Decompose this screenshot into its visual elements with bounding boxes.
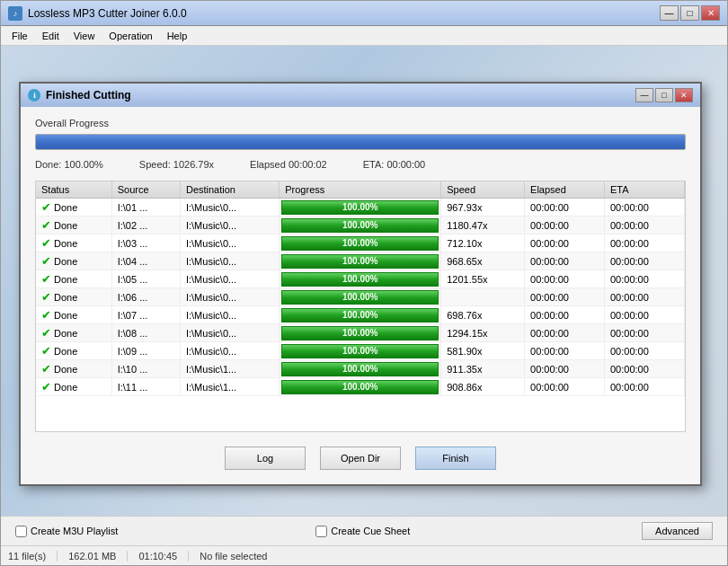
cell-eta: 00:00:00 xyxy=(605,360,685,378)
cell-status: ✔ Done xyxy=(36,234,111,252)
file-info-status: No file selected xyxy=(200,551,278,562)
cell-speed: 911.35x xyxy=(441,360,525,378)
cell-status: ✔ Done xyxy=(36,324,111,342)
create-cue-option[interactable]: Create Cue Sheet xyxy=(315,526,410,537)
table-row: ✔ Done I:\03 ... I:\Music\0... 100.00% 7… xyxy=(36,234,685,252)
progress-bar-green: 100.00% xyxy=(281,362,439,376)
menu-operation[interactable]: Operation xyxy=(102,29,159,43)
col-progress: Progress xyxy=(280,181,441,199)
duration-status: 01:10:45 xyxy=(138,551,189,562)
log-button[interactable]: Log xyxy=(225,447,306,470)
cell-speed: 712.10x xyxy=(441,234,525,252)
menu-file[interactable]: File xyxy=(4,29,35,43)
dialog-title-left: ℹ Finished Cutting xyxy=(28,89,131,102)
stats-row: Done: 100.00% Speed: 1026.79x Elapsed 00… xyxy=(35,159,686,170)
dialog-minimize-button[interactable]: — xyxy=(635,88,653,102)
jobs-table: Status Source Destination Progress Speed… xyxy=(36,181,685,396)
eta-label: ETA: xyxy=(363,159,385,170)
cell-status-text: Done xyxy=(54,256,77,267)
create-cue-label: Create Cue Sheet xyxy=(331,526,410,536)
close-button[interactable]: ✕ xyxy=(701,5,720,21)
cell-source: I:\03 ... xyxy=(111,234,180,252)
cell-status: ✔ Done xyxy=(36,306,111,324)
dialog-maximize-button[interactable]: □ xyxy=(655,88,673,102)
cell-progress: 100.00% xyxy=(280,378,441,396)
overall-progress-label: Overall Progress xyxy=(35,118,686,128)
table-header-row: Status Source Destination Progress Speed… xyxy=(36,181,685,199)
menu-edit[interactable]: Edit xyxy=(35,29,67,43)
menu-view[interactable]: View xyxy=(67,29,102,43)
cell-eta: 00:00:00 xyxy=(605,306,685,324)
done-stat: Done: 100.00% xyxy=(35,159,103,170)
create-cue-checkbox[interactable] xyxy=(315,526,327,537)
finish-button[interactable]: Finish xyxy=(415,447,496,470)
table-row: ✔ Done I:\07 ... I:\Music\0... 100.00% 6… xyxy=(36,306,685,324)
advanced-button[interactable]: Advanced xyxy=(642,522,713,540)
col-elapsed: Elapsed xyxy=(525,181,605,199)
done-value: 100.00% xyxy=(64,159,102,170)
cell-source: I:\08 ... xyxy=(111,324,180,342)
cell-status-text: Done xyxy=(54,364,77,375)
create-m3u-checkbox[interactable] xyxy=(15,526,27,537)
cell-status-text: Done xyxy=(54,274,77,285)
eta-value: 00:00:00 xyxy=(386,159,425,170)
cell-progress: 100.00% xyxy=(280,342,441,360)
menu-help[interactable]: Help xyxy=(160,29,195,43)
progress-bar-green: 100.00% xyxy=(281,344,439,358)
dialog-body: Overall Progress Done: 100.00% Speed: 10… xyxy=(21,107,700,484)
app-title: Lossless MP3 Cutter Joiner 6.0.0 xyxy=(28,7,187,20)
cell-status: ✔ Done xyxy=(36,378,111,396)
cell-dest: I:\Music\0... xyxy=(180,199,279,217)
overall-progress-fill xyxy=(36,135,685,149)
dialog-close-button[interactable]: ✕ xyxy=(675,88,693,102)
cell-elapsed: 00:00:00 xyxy=(525,199,605,217)
progress-bar-green: 100.00% xyxy=(281,236,439,251)
cell-speed: 908.86x xyxy=(441,378,525,396)
cell-progress: 100.00% xyxy=(280,217,441,234)
cell-progress: 100.00% xyxy=(280,360,441,378)
cell-elapsed: 00:00:00 xyxy=(525,378,605,396)
cell-speed: 968.65x xyxy=(441,252,525,270)
cell-elapsed: 00:00:00 xyxy=(525,324,605,342)
cell-dest: I:\Music\0... xyxy=(180,270,279,288)
file-count-status: 11 file(s) xyxy=(8,551,58,562)
cell-eta: 00:00:00 xyxy=(605,252,685,270)
cell-source: I:\05 ... xyxy=(111,270,180,288)
progress-bar-green: 100.00% xyxy=(281,290,439,305)
maximize-button[interactable]: □ xyxy=(680,5,699,21)
cell-status: ✔ Done xyxy=(36,217,111,234)
cell-eta: 00:00:00 xyxy=(605,378,685,396)
dialog-title: Finished Cutting xyxy=(46,89,131,102)
cell-eta: 00:00:00 xyxy=(605,324,685,342)
progress-bar-green: 100.00% xyxy=(281,272,439,287)
cell-source: I:\04 ... xyxy=(111,252,180,270)
dialog-icon: ℹ xyxy=(28,89,40,102)
cell-progress: 100.00% xyxy=(280,234,441,252)
cell-eta: 00:00:00 xyxy=(605,234,685,252)
cell-status: ✔ Done xyxy=(36,360,111,378)
cell-source: I:\02 ... xyxy=(111,217,180,234)
cell-elapsed: 00:00:00 xyxy=(525,360,605,378)
cell-speed: 967.93x xyxy=(441,199,525,217)
elapsed-stat: Elapsed 00:00:02 xyxy=(250,159,327,170)
col-source: Source xyxy=(111,181,180,199)
app-icon: ♪ xyxy=(8,6,22,21)
cell-status-text: Done xyxy=(54,382,77,393)
create-m3u-option[interactable]: Create M3U Playlist xyxy=(15,526,118,537)
cell-dest: I:\Music\0... xyxy=(180,288,279,306)
table-row: ✔ Done I:\04 ... I:\Music\0... 100.00% 9… xyxy=(36,252,685,270)
cell-source: I:\07 ... xyxy=(111,306,180,324)
cell-progress: 100.00% xyxy=(280,306,441,324)
cell-elapsed: 00:00:00 xyxy=(525,270,605,288)
dialog-controls: — □ ✕ xyxy=(635,88,693,102)
cell-status-text: Done xyxy=(54,328,77,339)
open-dir-button[interactable]: Open Dir xyxy=(320,447,401,470)
cell-progress: 100.00% xyxy=(280,324,441,342)
finished-cutting-dialog: ℹ Finished Cutting — □ ✕ Overall Progres… xyxy=(19,82,702,486)
col-destination: Destination xyxy=(180,181,279,199)
cell-elapsed: 00:00:00 xyxy=(525,288,605,306)
dialog-buttons: Log Open Dir Finish xyxy=(35,443,686,473)
minimize-button[interactable]: — xyxy=(660,5,679,21)
cell-speed xyxy=(441,288,525,306)
speed-value: 1026.79x xyxy=(173,159,214,170)
